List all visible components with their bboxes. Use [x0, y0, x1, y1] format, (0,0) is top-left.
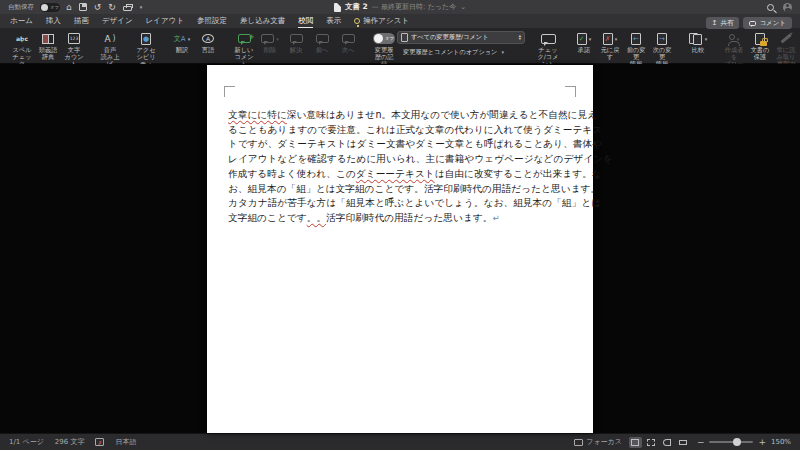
tab-draw[interactable]: 描画: [74, 14, 89, 28]
document-title-status: — 最終更新日時: たった今: [372, 2, 456, 12]
tab-view[interactable]: 表示: [326, 14, 341, 28]
resolve-comment-icon: [290, 34, 303, 43]
protect-group: ▾ 作成者を ブロック 文書の 保護 常に読み取り 専用で開く: [718, 30, 800, 62]
document-text[interactable]: 文章にに特に深い意味はありませn。本文用なので使い方が間違えると不自然に見えるこ…: [228, 108, 574, 226]
next-comment-button[interactable]: 次へ: [335, 30, 361, 54]
text-line: トですが、ダミーテキストはダミー文書やダミー文章とも呼ばれることあり、書体や: [228, 137, 574, 152]
language-icon: A: [202, 34, 214, 43]
previous-change-button[interactable]: ← 前の変更 箇所: [623, 30, 649, 68]
text-segment: 作成する時よく使われ、この: [228, 168, 356, 179]
spellcheck-icon: abc✓: [16, 35, 28, 42]
new-comment-button[interactable]: + 新しい コメント: [231, 30, 257, 68]
tracking-group: オフ 変更履歴の記録 すべての変更履歴/コメント ▴▾ 変更履歴とコメントのオプ…: [368, 30, 528, 62]
document-page[interactable]: 文章にに特に深い意味はありませn。本文用なので使い方が間違えると不自然に見えるこ…: [207, 65, 593, 433]
proofing-error-icon[interactable]: ✗: [95, 438, 104, 446]
zoom-slider[interactable]: [709, 441, 753, 443]
zoom-control: − + 150%: [697, 438, 791, 447]
title-bar: 自動保存 オフ ⌂ ↺ ↻ ▾ 文書 2 — 最終更新日時: たった今 ⌄: [0, 0, 800, 14]
zoom-level[interactable]: 150%: [771, 438, 791, 446]
thesaurus-button[interactable]: 類義語 辞典: [35, 30, 61, 61]
accept-caret-icon: ▾: [589, 36, 592, 42]
delete-comment-icon: [261, 34, 274, 43]
track-changes-state: オフ: [385, 36, 394, 41]
translate-button[interactable]: 文A▾ 翻訳: [169, 30, 195, 54]
resolve-comment-button[interactable]: 解決: [283, 30, 309, 54]
avatar-icon[interactable]: [783, 3, 792, 12]
print-layout-view-button[interactable]: [629, 437, 642, 448]
compare-button[interactable]: ▾ 比較: [685, 30, 711, 54]
share-label: 共有: [720, 19, 733, 28]
tab-review[interactable]: 校閲: [298, 14, 313, 28]
tab-insert[interactable]: 挿入: [46, 14, 61, 28]
language-indicator[interactable]: 日本語: [115, 437, 136, 447]
tell-me-assist[interactable]: 操作アシスト: [354, 16, 409, 26]
document-title[interactable]: 文書 2 — 最終更新日時: たった今 ⌄: [334, 2, 466, 12]
tab-references[interactable]: 参照設定: [197, 14, 227, 28]
search-icon[interactable]: [767, 4, 774, 11]
accept-change-button[interactable]: ✓▾ 承諾: [571, 30, 597, 54]
next-change-icon: →: [657, 33, 667, 45]
spellcheck-error-text: 。。: [307, 212, 326, 223]
next-change-button[interactable]: → 次の変更 箇所: [649, 30, 675, 68]
check-comments-button[interactable]: チェック/コメント: [535, 30, 561, 68]
tab-mailings[interactable]: 差し込み文書: [240, 14, 285, 28]
thesaurus-label: 類義語 辞典: [39, 46, 58, 60]
accessibility-group: ● アクセシビリティ チェック: [130, 30, 162, 62]
print-icon[interactable]: [123, 6, 132, 11]
zoom-in-button[interactable]: +: [758, 438, 766, 447]
delete-caret-icon: ▾: [276, 36, 279, 42]
char-count[interactable]: 296 文字: [55, 437, 85, 447]
web-layout-view-button[interactable]: [645, 437, 658, 448]
reject-change-button[interactable]: ✗▾ 元に戻す: [597, 30, 623, 61]
new-comment-icon: +: [238, 34, 251, 43]
changes-group: ✓▾ 承諾 ✗▾ 元に戻す ← 前の変更 箇所 → 次の変更 箇所: [568, 30, 678, 62]
lightbulb-icon: [354, 18, 360, 24]
qat-customize-caret-icon[interactable]: ▾: [140, 4, 143, 10]
text-line: 作成する時よく使われ、このダミーーテキストは自由に改変することが出来ます。な: [228, 167, 574, 182]
protect-document-label: 文書の 保護: [751, 46, 770, 60]
focus-mode-button[interactable]: フォーカス: [574, 437, 622, 447]
home-icon[interactable]: ⌂: [66, 3, 72, 12]
page-indicator[interactable]: 1/1 ページ: [9, 437, 44, 447]
text-segment: ることもありますので要注意。これは正式な文章の代わりに入れて使うダミーテキス: [228, 124, 602, 135]
text-segment: トですが、ダミーテキストはダミー文書やダミー文章とも呼ばれることあり、書体や: [228, 138, 602, 149]
delete-comment-button[interactable]: ▾ 削除: [257, 30, 283, 54]
compare-icon: [689, 33, 703, 45]
word-count-button[interactable]: 123 文字 カウント: [61, 30, 87, 68]
share-icon: ↥: [712, 19, 718, 27]
language-button[interactable]: A 言語: [195, 30, 221, 54]
text-segment: 活字印刷時代の用語だった思います。: [326, 212, 492, 223]
previous-comment-button[interactable]: 前へ: [309, 30, 335, 54]
assist-label: 操作アシスト: [363, 16, 409, 26]
zoom-slider-knob[interactable]: [733, 438, 741, 446]
read-aloud-button[interactable]: A 音声 読み上げ: [97, 30, 123, 68]
text-line: お、組見本の「組」とは文字組のことです。活字印刷時代の用語だったと思います。: [228, 182, 574, 197]
word-count-icon: 123: [68, 33, 80, 44]
redo-icon[interactable]: ↻: [108, 3, 116, 12]
draft-view-button[interactable]: [677, 437, 690, 448]
share-button[interactable]: ↥ 共有: [706, 17, 740, 29]
comments-button[interactable]: コメント: [743, 17, 792, 29]
undo-icon[interactable]: ↺: [94, 3, 102, 12]
protect-document-button[interactable]: 文書の 保護: [747, 30, 773, 61]
focus-mode-label: フォーカス: [586, 437, 622, 447]
next-comment-label: 次へ: [342, 46, 355, 53]
tab-layout[interactable]: レイアウト: [146, 14, 184, 28]
spellcheck-error-text: 文章にに特に: [228, 109, 287, 120]
title-caret-icon: ⌄: [460, 3, 466, 11]
tab-home[interactable]: ホーム: [10, 14, 33, 28]
outline-view-button[interactable]: [661, 437, 674, 448]
save-icon[interactable]: [79, 3, 87, 11]
zoom-out-button[interactable]: −: [697, 438, 705, 447]
tab-design[interactable]: デザイン: [102, 14, 133, 28]
autosave-toggle[interactable]: オフ: [40, 3, 60, 12]
track-changes-toggle[interactable]: オフ 変更履歴の記録: [371, 30, 397, 68]
text-line: レイアウトなどを確認するために用いられ、主に書籍やウェヴページなどのデザインを: [228, 152, 574, 167]
comments-label: コメント: [759, 19, 786, 28]
markup-stepper-icon: ▴▾: [519, 35, 521, 40]
resolve-comment-label: 解決: [290, 46, 302, 53]
autosave-toggle-knob: [41, 4, 48, 11]
markup-options-button[interactable]: 変更履歴とコメントのオプション ▾: [397, 46, 525, 58]
markup-display-select[interactable]: すべての変更履歴/コメント ▴▾: [397, 31, 525, 44]
check-comments-icon: [541, 34, 556, 44]
